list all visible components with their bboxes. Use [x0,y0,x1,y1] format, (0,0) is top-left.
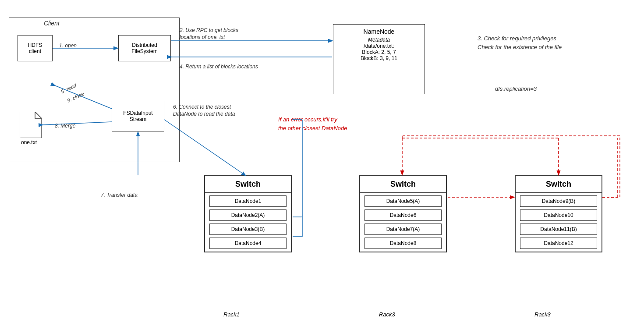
arrow4-label: 4. Return a list of blocks locations [180,64,258,70]
switch3-container: Switch DataNode9(B) DataNode10 DataNode1… [515,175,602,252]
note1: 3. Check for required privileges [478,35,556,42]
switch1-title: Switch [205,176,291,193]
arrow6-label-1: 6. Connect to the closest [173,104,231,110]
hdfs-client-box: HDFSclient [18,35,53,61]
arrow6-label-2: DataNode to read the data [173,111,235,117]
datanode11: DataNode11(B) [520,224,597,235]
hdfs-client-label: HDFSclient [28,42,42,54]
file-icon [20,112,42,138]
namenode-box: NameNode Metadata /data/one.txt: BlockA:… [333,24,425,94]
datanode7: DataNode7(A) [364,224,442,235]
switch3-title: Switch [516,176,602,193]
datanode2: DataNode2(A) [209,209,287,221]
note3: dfs.replication=3 [495,85,537,92]
metadata-title: Metadata [337,37,421,43]
switch2-container: Switch DataNode5(A) DataNode6 DataNode7(… [359,175,447,252]
arrow8-label: 8. Merge [55,123,75,129]
fsdatainputstream-box: FSDataInputStream [112,101,164,131]
datanode8: DataNode8 [364,238,442,249]
svg-marker-0 [20,112,42,138]
switch1-container: Switch DataNode1 DataNode2(A) DataNode3(… [204,175,292,252]
metadata-line1: /data/one.txt: [337,43,421,49]
datanode5: DataNode5(A) [364,195,442,207]
rack3a-label: Rack3 [379,311,395,318]
note2: Check for the existence of the file [478,44,562,50]
rack3b-label: Rack3 [534,311,551,318]
file-label: one.txt [21,139,37,145]
rack1-label: Rack1 [223,311,240,318]
client-label: Client [44,20,60,27]
datanode4: DataNode4 [209,238,287,249]
datanode12: DataNode12 [520,238,597,249]
fsdis-label: FSDataInputStream [123,110,152,122]
datanode3: DataNode3(B) [209,224,287,235]
arrow2-label-2: locations of one. txt [180,34,225,40]
datanode6: DataNode6 [364,209,442,221]
datanode1: DataNode1 [209,195,287,207]
metadata-line3: BlockB: 3, 9, 11 [337,55,421,61]
red-note1: If an error occurs,it'll try [278,116,337,123]
datanode10: DataNode10 [520,209,597,221]
namenode-title: NameNode [337,28,421,35]
datanode9: DataNode9(B) [520,195,597,207]
diagram: Client HDFSclient DistributedFileSystem … [0,0,644,330]
namenode-metadata: Metadata /data/one.txt: BlockA: 2, 5, 7 … [337,37,421,61]
arrow2-label-1: 2. Use RPC to get blocks [180,27,238,33]
arrow7-label: 7. Transfer data [101,192,138,198]
red-note2: the other closest DataNode [278,125,347,131]
switch2-title: Switch [360,176,446,193]
metadata-line2: BlockA: 2, 5, 7 [337,49,421,55]
distributed-filesystem-box: DistributedFileSystem [118,35,171,61]
dfs-label: DistributedFileSystem [131,42,157,54]
arrow1-label: 1. open [59,43,77,49]
